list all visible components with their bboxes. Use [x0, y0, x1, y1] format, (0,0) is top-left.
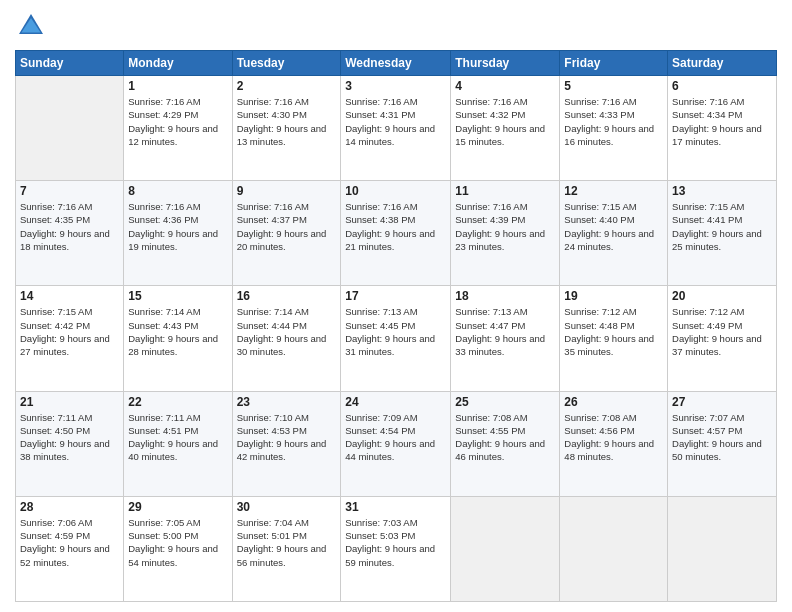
calendar-cell — [451, 496, 560, 601]
calendar-day-header: Tuesday — [232, 51, 341, 76]
calendar-cell: 29Sunrise: 7:05 AMSunset: 5:00 PMDayligh… — [124, 496, 232, 601]
calendar-table: SundayMondayTuesdayWednesdayThursdayFrid… — [15, 50, 777, 602]
calendar-day-header: Saturday — [668, 51, 777, 76]
day-number: 8 — [128, 184, 227, 198]
calendar-cell: 30Sunrise: 7:04 AMSunset: 5:01 PMDayligh… — [232, 496, 341, 601]
calendar-cell: 4Sunrise: 7:16 AMSunset: 4:32 PMDaylight… — [451, 76, 560, 181]
day-info: Sunrise: 7:12 AMSunset: 4:48 PMDaylight:… — [564, 305, 663, 358]
calendar-cell: 24Sunrise: 7:09 AMSunset: 4:54 PMDayligh… — [341, 391, 451, 496]
day-info: Sunrise: 7:15 AMSunset: 4:42 PMDaylight:… — [20, 305, 119, 358]
day-number: 12 — [564, 184, 663, 198]
day-number: 11 — [455, 184, 555, 198]
day-info: Sunrise: 7:16 AMSunset: 4:39 PMDaylight:… — [455, 200, 555, 253]
calendar-cell: 3Sunrise: 7:16 AMSunset: 4:31 PMDaylight… — [341, 76, 451, 181]
day-number: 23 — [237, 395, 337, 409]
day-number: 25 — [455, 395, 555, 409]
day-info: Sunrise: 7:15 AMSunset: 4:40 PMDaylight:… — [564, 200, 663, 253]
day-info: Sunrise: 7:12 AMSunset: 4:49 PMDaylight:… — [672, 305, 772, 358]
calendar-cell: 12Sunrise: 7:15 AMSunset: 4:40 PMDayligh… — [560, 181, 668, 286]
day-number: 24 — [345, 395, 446, 409]
calendar-cell: 28Sunrise: 7:06 AMSunset: 4:59 PMDayligh… — [16, 496, 124, 601]
day-info: Sunrise: 7:11 AMSunset: 4:50 PMDaylight:… — [20, 411, 119, 464]
day-number: 29 — [128, 500, 227, 514]
day-info: Sunrise: 7:11 AMSunset: 4:51 PMDaylight:… — [128, 411, 227, 464]
day-number: 17 — [345, 289, 446, 303]
calendar-cell: 18Sunrise: 7:13 AMSunset: 4:47 PMDayligh… — [451, 286, 560, 391]
calendar-cell: 7Sunrise: 7:16 AMSunset: 4:35 PMDaylight… — [16, 181, 124, 286]
calendar-cell — [16, 76, 124, 181]
day-info: Sunrise: 7:13 AMSunset: 4:45 PMDaylight:… — [345, 305, 446, 358]
day-info: Sunrise: 7:16 AMSunset: 4:34 PMDaylight:… — [672, 95, 772, 148]
day-info: Sunrise: 7:08 AMSunset: 4:55 PMDaylight:… — [455, 411, 555, 464]
calendar-cell: 27Sunrise: 7:07 AMSunset: 4:57 PMDayligh… — [668, 391, 777, 496]
calendar-cell: 20Sunrise: 7:12 AMSunset: 4:49 PMDayligh… — [668, 286, 777, 391]
calendar-day-header: Monday — [124, 51, 232, 76]
day-number: 30 — [237, 500, 337, 514]
day-number: 20 — [672, 289, 772, 303]
day-number: 3 — [345, 79, 446, 93]
day-info: Sunrise: 7:08 AMSunset: 4:56 PMDaylight:… — [564, 411, 663, 464]
day-number: 2 — [237, 79, 337, 93]
calendar-cell: 23Sunrise: 7:10 AMSunset: 4:53 PMDayligh… — [232, 391, 341, 496]
day-info: Sunrise: 7:13 AMSunset: 4:47 PMDaylight:… — [455, 305, 555, 358]
calendar-cell: 31Sunrise: 7:03 AMSunset: 5:03 PMDayligh… — [341, 496, 451, 601]
calendar-week-row: 28Sunrise: 7:06 AMSunset: 4:59 PMDayligh… — [16, 496, 777, 601]
day-info: Sunrise: 7:16 AMSunset: 4:33 PMDaylight:… — [564, 95, 663, 148]
calendar-cell: 16Sunrise: 7:14 AMSunset: 4:44 PMDayligh… — [232, 286, 341, 391]
calendar-cell: 2Sunrise: 7:16 AMSunset: 4:30 PMDaylight… — [232, 76, 341, 181]
day-info: Sunrise: 7:14 AMSunset: 4:43 PMDaylight:… — [128, 305, 227, 358]
day-info: Sunrise: 7:16 AMSunset: 4:29 PMDaylight:… — [128, 95, 227, 148]
calendar-cell: 5Sunrise: 7:16 AMSunset: 4:33 PMDaylight… — [560, 76, 668, 181]
day-number: 13 — [672, 184, 772, 198]
calendar-cell: 10Sunrise: 7:16 AMSunset: 4:38 PMDayligh… — [341, 181, 451, 286]
day-number: 14 — [20, 289, 119, 303]
calendar-cell: 8Sunrise: 7:16 AMSunset: 4:36 PMDaylight… — [124, 181, 232, 286]
day-number: 21 — [20, 395, 119, 409]
day-number: 19 — [564, 289, 663, 303]
day-number: 28 — [20, 500, 119, 514]
day-number: 18 — [455, 289, 555, 303]
day-info: Sunrise: 7:15 AMSunset: 4:41 PMDaylight:… — [672, 200, 772, 253]
calendar-day-header: Wednesday — [341, 51, 451, 76]
calendar-cell: 11Sunrise: 7:16 AMSunset: 4:39 PMDayligh… — [451, 181, 560, 286]
day-number: 6 — [672, 79, 772, 93]
day-info: Sunrise: 7:16 AMSunset: 4:37 PMDaylight:… — [237, 200, 337, 253]
calendar-cell: 21Sunrise: 7:11 AMSunset: 4:50 PMDayligh… — [16, 391, 124, 496]
calendar-cell: 1Sunrise: 7:16 AMSunset: 4:29 PMDaylight… — [124, 76, 232, 181]
day-info: Sunrise: 7:16 AMSunset: 4:30 PMDaylight:… — [237, 95, 337, 148]
day-number: 22 — [128, 395, 227, 409]
logo — [15, 10, 51, 42]
page-container: SundayMondayTuesdayWednesdayThursdayFrid… — [0, 0, 792, 612]
day-number: 26 — [564, 395, 663, 409]
day-info: Sunrise: 7:10 AMSunset: 4:53 PMDaylight:… — [237, 411, 337, 464]
day-number: 4 — [455, 79, 555, 93]
calendar-cell — [668, 496, 777, 601]
calendar-day-header: Sunday — [16, 51, 124, 76]
day-info: Sunrise: 7:03 AMSunset: 5:03 PMDaylight:… — [345, 516, 446, 569]
calendar-week-row: 14Sunrise: 7:15 AMSunset: 4:42 PMDayligh… — [16, 286, 777, 391]
calendar-week-row: 1Sunrise: 7:16 AMSunset: 4:29 PMDaylight… — [16, 76, 777, 181]
calendar-day-header: Thursday — [451, 51, 560, 76]
calendar-cell: 13Sunrise: 7:15 AMSunset: 4:41 PMDayligh… — [668, 181, 777, 286]
day-info: Sunrise: 7:16 AMSunset: 4:35 PMDaylight:… — [20, 200, 119, 253]
day-info: Sunrise: 7:16 AMSunset: 4:31 PMDaylight:… — [345, 95, 446, 148]
calendar-day-header: Friday — [560, 51, 668, 76]
calendar-cell: 14Sunrise: 7:15 AMSunset: 4:42 PMDayligh… — [16, 286, 124, 391]
calendar-week-row: 21Sunrise: 7:11 AMSunset: 4:50 PMDayligh… — [16, 391, 777, 496]
calendar-cell: 6Sunrise: 7:16 AMSunset: 4:34 PMDaylight… — [668, 76, 777, 181]
logo-icon — [15, 10, 47, 42]
calendar-cell — [560, 496, 668, 601]
header — [15, 10, 777, 42]
calendar-cell: 15Sunrise: 7:14 AMSunset: 4:43 PMDayligh… — [124, 286, 232, 391]
day-number: 16 — [237, 289, 337, 303]
day-number: 1 — [128, 79, 227, 93]
day-number: 10 — [345, 184, 446, 198]
day-number: 15 — [128, 289, 227, 303]
calendar-cell: 26Sunrise: 7:08 AMSunset: 4:56 PMDayligh… — [560, 391, 668, 496]
day-number: 9 — [237, 184, 337, 198]
day-info: Sunrise: 7:06 AMSunset: 4:59 PMDaylight:… — [20, 516, 119, 569]
day-info: Sunrise: 7:09 AMSunset: 4:54 PMDaylight:… — [345, 411, 446, 464]
day-number: 27 — [672, 395, 772, 409]
day-info: Sunrise: 7:16 AMSunset: 4:32 PMDaylight:… — [455, 95, 555, 148]
calendar-cell: 25Sunrise: 7:08 AMSunset: 4:55 PMDayligh… — [451, 391, 560, 496]
